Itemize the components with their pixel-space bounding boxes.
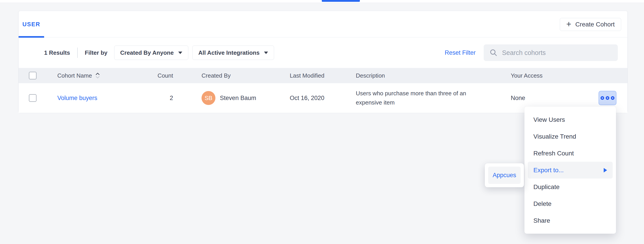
- cohort-count: 2: [146, 95, 173, 102]
- column-your-access[interactable]: Your Access: [511, 72, 598, 79]
- row-actions-button[interactable]: [598, 91, 616, 105]
- menu-item-view-users[interactable]: View Users: [524, 111, 616, 128]
- search-input[interactable]: [502, 49, 618, 57]
- tab-user[interactable]: USER: [18, 11, 44, 38]
- results-count: 1 Results: [44, 49, 70, 56]
- divider: [77, 48, 78, 58]
- cohorts-panel: USER + Create Cohort 1 Results Filter by…: [18, 11, 628, 113]
- plus-icon: +: [566, 20, 571, 28]
- cohort-description: Users who purchase more than three of an…: [356, 89, 481, 107]
- tab-user-active-underline: [18, 36, 44, 38]
- chevron-down-icon: [178, 52, 182, 54]
- menu-item-visualize-trend[interactable]: Visualize Trend: [524, 128, 616, 145]
- menu-item-duplicate[interactable]: Duplicate: [524, 178, 616, 195]
- chevron-down-icon: [264, 52, 268, 54]
- column-cohort-name[interactable]: Cohort Name: [57, 72, 92, 79]
- row-context-menu: View Users Visualize Trend Refresh Count…: [524, 107, 616, 234]
- created-by-dropdown-value: Created By Anyone: [120, 49, 174, 56]
- search-icon: [490, 49, 498, 57]
- submenu-arrow-icon: [604, 168, 607, 172]
- menu-item-export-to[interactable]: Export to...: [528, 162, 613, 178]
- tab-user-label: USER: [22, 21, 40, 28]
- more-dots-icon: [606, 96, 609, 100]
- integrations-dropdown-value: All Active Integrations: [198, 49, 260, 56]
- column-description[interactable]: Description: [356, 72, 511, 79]
- column-created-by[interactable]: Created By: [173, 72, 290, 79]
- select-all-checkbox[interactable]: [29, 72, 36, 79]
- export-submenu: Appcues: [485, 163, 524, 187]
- menu-item-refresh-count[interactable]: Refresh Count: [524, 145, 616, 162]
- top-tab-strip: [0, 0, 644, 3]
- integrations-dropdown[interactable]: All Active Integrations: [192, 46, 274, 60]
- filter-row: 1 Results Filter by Created By Anyone Al…: [18, 38, 628, 68]
- column-last-modified[interactable]: Last Modified: [290, 72, 356, 79]
- create-cohort-button[interactable]: + Create Cohort: [560, 18, 621, 31]
- menu-item-delete[interactable]: Delete: [524, 195, 616, 212]
- created-by-name: Steven Baum: [220, 95, 256, 102]
- menu-item-export-to-label: Export to...: [534, 167, 564, 174]
- created-by-dropdown[interactable]: Created By Anyone: [114, 46, 188, 60]
- avatar: SB: [202, 91, 216, 105]
- column-count[interactable]: Count: [146, 72, 173, 79]
- your-access-value: None: [511, 95, 598, 102]
- sort-icon[interactable]: [95, 72, 100, 79]
- reset-filter-link[interactable]: Reset Filter: [445, 49, 476, 56]
- submenu-item-appcues[interactable]: Appcues: [488, 167, 520, 184]
- cohort-name-link[interactable]: Volume buyers: [57, 95, 98, 101]
- last-modified-date: Oct 16, 2020: [290, 95, 356, 102]
- more-dots-icon: [611, 96, 614, 100]
- menu-item-share[interactable]: Share: [524, 212, 616, 229]
- table-header: Cohort Name Count Created By Last Modifi…: [18, 68, 628, 83]
- row-checkbox[interactable]: [29, 94, 36, 102]
- search-box[interactable]: [484, 44, 618, 61]
- active-tab-indicator: [322, 0, 360, 2]
- panel-tabstrip: USER + Create Cohort: [18, 11, 628, 38]
- create-cohort-label: Create Cohort: [575, 21, 615, 28]
- more-dots-icon: [600, 96, 604, 100]
- filter-by-label: Filter by: [85, 49, 108, 56]
